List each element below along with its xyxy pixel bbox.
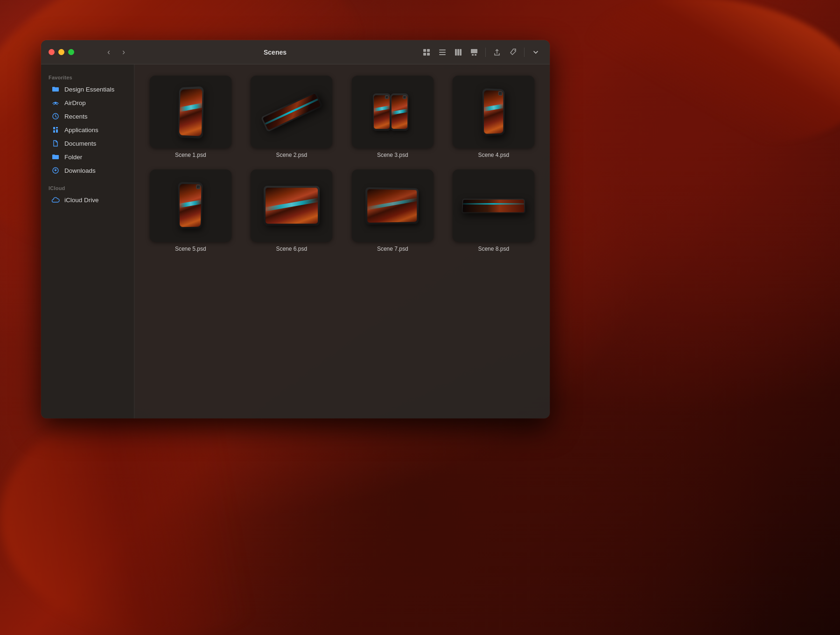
file-name-scene8: Scene 8.psd <box>478 246 509 252</box>
traffic-lights <box>49 49 74 55</box>
blue-accent <box>463 203 525 205</box>
toolbar-icons <box>420 46 542 59</box>
sidebar-item-documents[interactable]: Documents <box>44 137 131 150</box>
sidebar-item-label: AirDrop <box>64 99 86 106</box>
view-columns-icon[interactable] <box>452 46 465 59</box>
scene8-preview <box>453 169 534 242</box>
folder-icon <box>51 153 60 161</box>
share-icon[interactable] <box>490 46 504 59</box>
file-thumbnail-scene8 <box>453 169 534 242</box>
file-name-scene6: Scene 6.psd <box>276 246 307 252</box>
back-button[interactable]: ‹ <box>102 46 115 59</box>
scene5-preview <box>150 169 231 242</box>
sidebar-item-icloud-drive[interactable]: iCloud Drive <box>44 193 131 206</box>
file-item-scene4[interactable]: Scene 4.psd <box>449 76 539 158</box>
bg-swirl-3 <box>0 402 327 635</box>
toolbar-separator-2 <box>524 48 525 57</box>
svg-rect-3 <box>427 53 430 56</box>
airdrop-icon <box>51 99 60 107</box>
minimize-button[interactable] <box>58 49 64 55</box>
close-button[interactable] <box>49 49 55 55</box>
title-bar: ‹ › Scenes <box>41 40 550 64</box>
folder-icon <box>51 85 60 93</box>
phone-mockup <box>178 182 203 229</box>
file-thumbnail-scene2 <box>251 76 332 148</box>
sidebar-item-label: Design Essentials <box>64 86 114 93</box>
bg-swirl-2 <box>574 0 840 163</box>
file-item-scene3[interactable]: Scene 3.psd <box>348 76 438 158</box>
file-item-scene8[interactable]: Scene 8.psd <box>449 169 539 252</box>
file-name-scene5: Scene 5.psd <box>175 246 206 252</box>
sidebar-item-folder[interactable]: Folder <box>44 150 131 163</box>
window-title: Scenes <box>130 49 420 56</box>
sidebar-item-applications[interactable]: Applications <box>44 123 131 136</box>
phone-mockup <box>483 88 504 135</box>
recents-icon <box>51 112 60 120</box>
docs-icon <box>51 139 60 148</box>
svg-rect-4 <box>439 49 446 50</box>
svg-rect-10 <box>471 49 477 53</box>
phone-mockup <box>178 86 204 138</box>
svg-rect-5 <box>439 52 446 53</box>
file-name-scene1: Scene 1.psd <box>175 152 206 158</box>
scene1-preview <box>150 76 231 148</box>
file-item-scene2[interactable]: Scene 2.psd <box>247 76 337 158</box>
svg-rect-9 <box>460 49 462 56</box>
file-name-scene7: Scene 7.psd <box>377 246 408 252</box>
svg-rect-0 <box>423 49 426 52</box>
scene3-preview <box>352 76 434 148</box>
file-thumbnail-scene6 <box>251 169 332 242</box>
maximize-button[interactable] <box>68 49 74 55</box>
toolbar-separator <box>485 48 486 57</box>
svg-rect-1 <box>427 49 430 52</box>
view-list-icon[interactable] <box>436 46 449 59</box>
icloud-label: iCloud <box>41 183 134 193</box>
file-item-scene1[interactable]: Scene 1.psd <box>146 76 236 158</box>
file-item-scene7[interactable]: Scene 7.psd <box>348 169 438 252</box>
phone-mockup-1 <box>373 93 391 131</box>
scene6-preview <box>251 169 332 242</box>
svg-rect-12 <box>475 54 476 56</box>
sidebar-item-design-essentials[interactable]: Design Essentials <box>44 83 131 96</box>
two-phones-mockup <box>373 93 412 131</box>
icloud-icon <box>51 196 60 204</box>
favorites-label: Favorites <box>41 72 134 82</box>
nav-buttons: ‹ › <box>102 46 130 59</box>
tablet-mockup <box>365 187 419 224</box>
scene7-preview <box>352 169 434 242</box>
sidebar-item-downloads[interactable]: Downloads <box>44 164 131 177</box>
finder-window: ‹ › Scenes <box>41 40 550 418</box>
file-name-scene3: Scene 3.psd <box>377 152 408 158</box>
file-item-scene6[interactable]: Scene 6.psd <box>247 169 337 252</box>
device-mockup <box>462 198 525 213</box>
forward-button[interactable]: › <box>117 46 130 59</box>
sidebar-item-label: Applications <box>64 127 98 134</box>
svg-rect-6 <box>439 54 446 55</box>
device-screen <box>463 199 525 212</box>
phone-mockup-2 <box>391 93 408 131</box>
sidebar-item-airdrop[interactable]: AirDrop <box>44 96 131 109</box>
file-thumbnail-scene1 <box>150 76 231 148</box>
svg-rect-2 <box>423 53 426 56</box>
device-mockup <box>260 92 322 132</box>
file-name-scene4: Scene 4.psd <box>478 152 509 158</box>
sidebar-item-label: Documents <box>64 140 96 147</box>
svg-rect-8 <box>457 49 459 56</box>
view-gallery-icon[interactable] <box>468 46 481 59</box>
sidebar-item-label: Recents <box>64 113 88 120</box>
svg-rect-7 <box>455 49 457 56</box>
file-item-scene5[interactable]: Scene 5.psd <box>146 169 236 252</box>
main-content: Favorites Design Essentials <box>41 64 550 418</box>
svg-rect-11 <box>472 54 474 56</box>
more-button[interactable] <box>529 46 542 59</box>
sidebar: Favorites Design Essentials <box>41 64 134 418</box>
tag-icon[interactable] <box>506 46 519 59</box>
scene2-preview <box>251 76 332 148</box>
sidebar-item-label: iCloud Drive <box>64 197 99 204</box>
view-grid-icon[interactable] <box>420 46 433 59</box>
apps-icon <box>51 126 60 134</box>
sidebar-item-label: Downloads <box>64 167 96 174</box>
file-name-scene2: Scene 2.psd <box>276 152 307 158</box>
file-thumbnail-scene7 <box>352 169 434 242</box>
sidebar-item-recents[interactable]: Recents <box>44 110 131 123</box>
